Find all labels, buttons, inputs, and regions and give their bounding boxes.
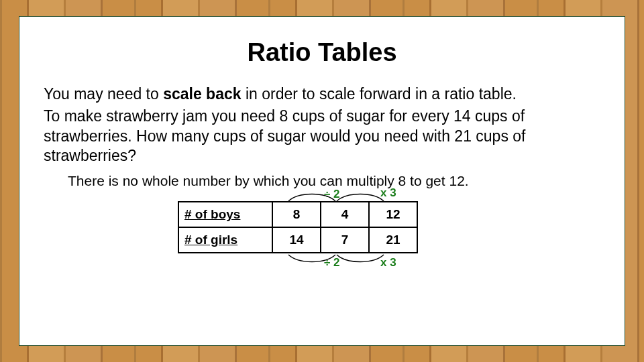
row-label-girls: # of girls <box>178 227 272 253</box>
cell-r2c2: 7 <box>321 227 369 253</box>
cell-r1c3: 12 <box>369 202 417 227</box>
op-divide-top: ÷ 2 <box>324 188 340 201</box>
arc-bottom-right <box>333 253 387 264</box>
op-multiply-bottom: x 3 <box>380 256 396 269</box>
cell-r1c1: 8 <box>272 202 321 227</box>
ratio-table: # of boys 8 4 12 # of girls 14 7 21 <box>178 201 418 253</box>
ratio-table-wrap: ÷ 2 x 3 ÷ 2 x 3 # of boys 8 4 12 <box>178 201 460 253</box>
intro-bold: scale back <box>163 85 241 103</box>
table-row: # of girls 14 7 21 <box>178 227 417 253</box>
intro-pre: You may need to <box>44 85 163 103</box>
page-title: Ratio Tables <box>44 38 600 67</box>
op-multiply-top: x 3 <box>380 186 396 200</box>
intro-post: in order to scale forward in a ratio tab… <box>241 85 517 103</box>
row-label-boys: # of boys <box>178 202 272 227</box>
hint-text: There is no whole number by which you ca… <box>68 173 600 189</box>
table-row: # of boys 8 4 12 <box>178 202 417 227</box>
cell-r1c2: 4 <box>321 202 369 227</box>
problem-paragraph: To make strawberry jam you need 8 cups o… <box>44 107 600 166</box>
cell-r2c3: 21 <box>369 227 417 253</box>
content-card: Ratio Tables You may need to scale back … <box>19 16 625 346</box>
intro-paragraph: You may need to scale back in order to s… <box>44 84 600 104</box>
cell-r2c1: 14 <box>272 227 321 253</box>
wood-background: Ratio Tables You may need to scale back … <box>0 0 644 362</box>
op-divide-bottom: ÷ 2 <box>324 256 340 269</box>
